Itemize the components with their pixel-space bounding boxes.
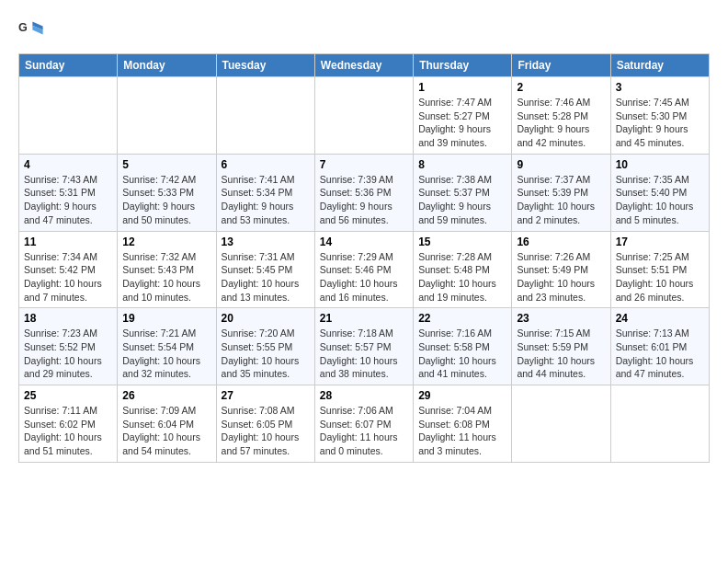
calendar-cell: 29Sunrise: 7:04 AMSunset: 6:08 PMDayligh… xyxy=(414,385,512,463)
calendar-cell: 18Sunrise: 7:23 AMSunset: 5:52 PMDayligh… xyxy=(19,308,118,385)
day-info: Sunrise: 7:43 AMSunset: 5:31 PMDaylight:… xyxy=(24,173,112,227)
day-info: Sunrise: 7:38 AMSunset: 5:37 PMDaylight:… xyxy=(418,173,506,227)
calendar-cell xyxy=(314,77,413,155)
day-number: 18 xyxy=(24,312,112,325)
day-info: Sunrise: 7:42 AMSunset: 5:33 PMDaylight:… xyxy=(122,173,210,227)
column-header-sunday: Sunday xyxy=(19,54,118,77)
logo-icon: G xyxy=(18,18,44,44)
day-number: 1 xyxy=(418,81,506,94)
column-header-wednesday: Wednesday xyxy=(314,54,413,77)
day-number: 29 xyxy=(418,389,506,402)
calendar-cell: 25Sunrise: 7:11 AMSunset: 6:02 PMDayligh… xyxy=(19,385,118,463)
calendar-cell: 14Sunrise: 7:29 AMSunset: 5:46 PMDayligh… xyxy=(314,231,413,308)
day-number: 3 xyxy=(616,81,704,94)
day-number: 9 xyxy=(517,158,605,171)
calendar-cell: 20Sunrise: 7:20 AMSunset: 5:55 PMDayligh… xyxy=(216,308,314,385)
day-info: Sunrise: 7:35 AMSunset: 5:40 PMDaylight:… xyxy=(616,173,704,227)
day-info: Sunrise: 7:23 AMSunset: 5:52 PMDaylight:… xyxy=(24,327,112,381)
calendar-cell: 22Sunrise: 7:16 AMSunset: 5:58 PMDayligh… xyxy=(414,308,512,385)
calendar-cell: 24Sunrise: 7:13 AMSunset: 6:01 PMDayligh… xyxy=(610,308,709,385)
calendar-cell: 6Sunrise: 7:41 AMSunset: 5:34 PMDaylight… xyxy=(216,154,314,231)
day-info: Sunrise: 7:29 AMSunset: 5:46 PMDaylight:… xyxy=(320,250,408,304)
calendar-cell: 28Sunrise: 7:06 AMSunset: 6:07 PMDayligh… xyxy=(314,385,413,463)
day-number: 26 xyxy=(122,389,210,402)
day-number: 4 xyxy=(24,158,112,171)
calendar-cell xyxy=(512,385,610,463)
day-number: 8 xyxy=(418,158,506,171)
calendar-cell: 2Sunrise: 7:46 AMSunset: 5:28 PMDaylight… xyxy=(512,77,610,155)
day-info: Sunrise: 7:11 AMSunset: 6:02 PMDaylight:… xyxy=(24,404,112,458)
day-info: Sunrise: 7:21 AMSunset: 5:54 PMDaylight:… xyxy=(122,327,210,381)
day-number: 27 xyxy=(222,389,310,402)
day-number: 16 xyxy=(517,236,605,248)
day-number: 5 xyxy=(122,158,210,171)
day-info: Sunrise: 7:09 AMSunset: 6:04 PMDaylight:… xyxy=(122,404,210,458)
day-number: 6 xyxy=(222,158,310,171)
calendar-cell: 3Sunrise: 7:45 AMSunset: 5:30 PMDaylight… xyxy=(610,77,709,155)
calendar-cell xyxy=(118,77,216,155)
day-number: 17 xyxy=(616,236,704,248)
calendar-cell: 15Sunrise: 7:28 AMSunset: 5:48 PMDayligh… xyxy=(414,231,512,308)
calendar-cell: 1Sunrise: 7:47 AMSunset: 5:27 PMDaylight… xyxy=(414,77,512,155)
column-header-friday: Friday xyxy=(512,54,610,77)
day-number: 23 xyxy=(517,312,605,325)
day-number: 20 xyxy=(222,312,310,325)
calendar-cell: 19Sunrise: 7:21 AMSunset: 5:54 PMDayligh… xyxy=(118,308,216,385)
day-info: Sunrise: 7:20 AMSunset: 5:55 PMDaylight:… xyxy=(222,327,310,381)
calendar-cell xyxy=(610,385,709,463)
day-number: 10 xyxy=(616,158,704,171)
calendar-cell: 26Sunrise: 7:09 AMSunset: 6:04 PMDayligh… xyxy=(118,385,216,463)
column-header-saturday: Saturday xyxy=(610,54,709,77)
day-info: Sunrise: 7:46 AMSunset: 5:28 PMDaylight:… xyxy=(517,96,605,150)
column-header-thursday: Thursday xyxy=(414,54,512,77)
day-number: 15 xyxy=(418,236,506,248)
svg-text:G: G xyxy=(18,21,28,34)
day-number: 12 xyxy=(122,236,210,248)
calendar-cell: 16Sunrise: 7:26 AMSunset: 5:49 PMDayligh… xyxy=(512,231,610,308)
calendar-cell: 10Sunrise: 7:35 AMSunset: 5:40 PMDayligh… xyxy=(610,154,709,231)
day-info: Sunrise: 7:32 AMSunset: 5:43 PMDaylight:… xyxy=(122,250,210,304)
day-info: Sunrise: 7:08 AMSunset: 6:05 PMDaylight:… xyxy=(222,404,310,458)
calendar-cell: 21Sunrise: 7:18 AMSunset: 5:57 PMDayligh… xyxy=(314,308,413,385)
calendar-cell: 12Sunrise: 7:32 AMSunset: 5:43 PMDayligh… xyxy=(118,231,216,308)
day-number: 21 xyxy=(320,312,408,325)
calendar-week-row: 4Sunrise: 7:43 AMSunset: 5:31 PMDaylight… xyxy=(19,154,710,231)
column-header-tuesday: Tuesday xyxy=(216,54,314,77)
calendar-cell xyxy=(216,77,314,155)
day-number: 22 xyxy=(418,312,506,325)
page-header: G xyxy=(18,18,710,44)
day-info: Sunrise: 7:39 AMSunset: 5:36 PMDaylight:… xyxy=(320,173,408,227)
calendar-cell: 11Sunrise: 7:34 AMSunset: 5:42 PMDayligh… xyxy=(19,231,118,308)
day-number: 14 xyxy=(320,236,408,248)
calendar-cell xyxy=(19,77,118,155)
day-info: Sunrise: 7:28 AMSunset: 5:48 PMDaylight:… xyxy=(418,250,506,304)
calendar-cell: 23Sunrise: 7:15 AMSunset: 5:59 PMDayligh… xyxy=(512,308,610,385)
day-info: Sunrise: 7:13 AMSunset: 6:01 PMDaylight:… xyxy=(616,327,704,381)
day-info: Sunrise: 7:34 AMSunset: 5:42 PMDaylight:… xyxy=(24,250,112,304)
day-info: Sunrise: 7:18 AMSunset: 5:57 PMDaylight:… xyxy=(320,327,408,381)
day-number: 24 xyxy=(616,312,704,325)
day-number: 11 xyxy=(24,236,112,248)
day-info: Sunrise: 7:26 AMSunset: 5:49 PMDaylight:… xyxy=(517,250,605,304)
day-number: 13 xyxy=(222,236,310,248)
calendar-cell: 9Sunrise: 7:37 AMSunset: 5:39 PMDaylight… xyxy=(512,154,610,231)
logo: G xyxy=(18,18,48,44)
calendar-table: SundayMondayTuesdayWednesdayThursdayFrid… xyxy=(18,53,710,463)
day-info: Sunrise: 7:15 AMSunset: 5:59 PMDaylight:… xyxy=(517,327,605,381)
day-info: Sunrise: 7:37 AMSunset: 5:39 PMDaylight:… xyxy=(517,173,605,227)
calendar-cell: 17Sunrise: 7:25 AMSunset: 5:51 PMDayligh… xyxy=(610,231,709,308)
column-header-monday: Monday xyxy=(118,54,216,77)
calendar-week-row: 18Sunrise: 7:23 AMSunset: 5:52 PMDayligh… xyxy=(19,308,710,385)
day-number: 25 xyxy=(24,389,112,402)
day-info: Sunrise: 7:31 AMSunset: 5:45 PMDaylight:… xyxy=(222,250,310,304)
day-number: 28 xyxy=(320,389,408,402)
calendar-cell: 4Sunrise: 7:43 AMSunset: 5:31 PMDaylight… xyxy=(19,154,118,231)
calendar-week-row: 1Sunrise: 7:47 AMSunset: 5:27 PMDaylight… xyxy=(19,77,710,155)
day-info: Sunrise: 7:47 AMSunset: 5:27 PMDaylight:… xyxy=(418,96,506,150)
calendar-week-row: 11Sunrise: 7:34 AMSunset: 5:42 PMDayligh… xyxy=(19,231,710,308)
calendar-cell: 5Sunrise: 7:42 AMSunset: 5:33 PMDaylight… xyxy=(118,154,216,231)
day-number: 2 xyxy=(517,81,605,94)
day-info: Sunrise: 7:04 AMSunset: 6:08 PMDaylight:… xyxy=(418,404,506,458)
calendar-cell: 13Sunrise: 7:31 AMSunset: 5:45 PMDayligh… xyxy=(216,231,314,308)
day-info: Sunrise: 7:25 AMSunset: 5:51 PMDaylight:… xyxy=(616,250,704,304)
